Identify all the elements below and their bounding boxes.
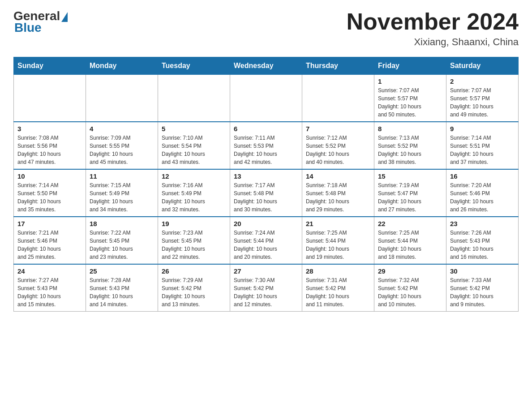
table-row xyxy=(158,75,230,122)
day-info: Sunrise: 7:10 AM Sunset: 5:54 PM Dayligh… xyxy=(162,134,226,166)
table-row: 18Sunrise: 7:22 AM Sunset: 5:45 PM Dayli… xyxy=(86,217,158,264)
day-info: Sunrise: 7:19 AM Sunset: 5:47 PM Dayligh… xyxy=(378,181,442,214)
table-row: 3Sunrise: 7:08 AM Sunset: 5:56 PM Daylig… xyxy=(14,122,86,169)
day-number: 6 xyxy=(234,125,298,133)
day-info: Sunrise: 7:30 AM Sunset: 5:42 PM Dayligh… xyxy=(234,276,298,308)
day-number: 25 xyxy=(90,267,154,275)
table-row: 12Sunrise: 7:16 AM Sunset: 5:49 PM Dayli… xyxy=(158,169,230,217)
table-row: 29Sunrise: 7:32 AM Sunset: 5:42 PM Dayli… xyxy=(374,264,446,312)
day-number: 16 xyxy=(450,172,515,180)
table-row: 20Sunrise: 7:24 AM Sunset: 5:44 PM Dayli… xyxy=(230,217,302,264)
table-row: 11Sunrise: 7:15 AM Sunset: 5:49 PM Dayli… xyxy=(86,169,158,217)
table-row xyxy=(302,75,374,122)
table-row: 5Sunrise: 7:10 AM Sunset: 5:54 PM Daylig… xyxy=(158,122,230,169)
day-number: 23 xyxy=(450,220,515,227)
calendar-header-row: Sunday Monday Tuesday Wednesday Thursday… xyxy=(14,57,519,75)
day-info: Sunrise: 7:20 AM Sunset: 5:46 PM Dayligh… xyxy=(450,181,515,214)
day-number: 2 xyxy=(450,77,515,85)
calendar-week-row: 10Sunrise: 7:14 AM Sunset: 5:50 PM Dayli… xyxy=(14,169,519,217)
day-info: Sunrise: 7:16 AM Sunset: 5:49 PM Dayligh… xyxy=(162,181,226,214)
logo-blue-text: Blue xyxy=(14,21,42,35)
day-number: 26 xyxy=(162,267,226,275)
day-number: 1 xyxy=(378,77,442,85)
page-header: General Blue November 2024 Xixiang, Shaa… xyxy=(13,9,519,48)
day-info: Sunrise: 7:29 AM Sunset: 5:42 PM Dayligh… xyxy=(162,276,226,308)
day-number: 10 xyxy=(17,172,82,180)
day-info: Sunrise: 7:28 AM Sunset: 5:43 PM Dayligh… xyxy=(90,276,154,308)
day-info: Sunrise: 7:13 AM Sunset: 5:52 PM Dayligh… xyxy=(378,134,442,166)
day-info: Sunrise: 7:14 AM Sunset: 5:50 PM Dayligh… xyxy=(17,181,82,214)
day-info: Sunrise: 7:07 AM Sunset: 5:57 PM Dayligh… xyxy=(450,86,515,119)
day-number: 27 xyxy=(234,267,298,275)
table-row: 24Sunrise: 7:27 AM Sunset: 5:43 PM Dayli… xyxy=(14,264,86,312)
day-info: Sunrise: 7:23 AM Sunset: 5:45 PM Dayligh… xyxy=(162,229,226,261)
day-info: Sunrise: 7:17 AM Sunset: 5:48 PM Dayligh… xyxy=(234,181,298,214)
day-info: Sunrise: 7:15 AM Sunset: 5:49 PM Dayligh… xyxy=(90,181,154,214)
month-title: November 2024 xyxy=(347,9,519,34)
table-row: 19Sunrise: 7:23 AM Sunset: 5:45 PM Dayli… xyxy=(158,217,230,264)
day-number: 11 xyxy=(90,172,154,180)
col-friday: Friday xyxy=(374,57,446,75)
table-row xyxy=(230,75,302,122)
col-wednesday: Wednesday xyxy=(230,57,302,75)
day-number: 8 xyxy=(378,125,442,133)
day-info: Sunrise: 7:26 AM Sunset: 5:43 PM Dayligh… xyxy=(450,229,515,261)
calendar-week-row: 17Sunrise: 7:21 AM Sunset: 5:46 PM Dayli… xyxy=(14,217,519,264)
day-number: 29 xyxy=(378,267,442,275)
table-row: 1Sunrise: 7:07 AM Sunset: 5:57 PM Daylig… xyxy=(374,75,446,122)
day-number: 24 xyxy=(17,267,82,275)
logo: General Blue xyxy=(13,9,68,35)
day-info: Sunrise: 7:32 AM Sunset: 5:42 PM Dayligh… xyxy=(378,276,442,308)
table-row: 14Sunrise: 7:18 AM Sunset: 5:48 PM Dayli… xyxy=(302,169,374,217)
day-info: Sunrise: 7:21 AM Sunset: 5:46 PM Dayligh… xyxy=(17,229,82,261)
table-row: 8Sunrise: 7:13 AM Sunset: 5:52 PM Daylig… xyxy=(374,122,446,169)
day-number: 15 xyxy=(378,172,442,180)
table-row: 25Sunrise: 7:28 AM Sunset: 5:43 PM Dayli… xyxy=(86,264,158,312)
day-info: Sunrise: 7:25 AM Sunset: 5:44 PM Dayligh… xyxy=(306,229,370,261)
table-row xyxy=(86,75,158,122)
day-number: 30 xyxy=(450,267,515,275)
table-row xyxy=(14,75,86,122)
table-row: 6Sunrise: 7:11 AM Sunset: 5:53 PM Daylig… xyxy=(230,122,302,169)
table-row: 10Sunrise: 7:14 AM Sunset: 5:50 PM Dayli… xyxy=(14,169,86,217)
day-info: Sunrise: 7:31 AM Sunset: 5:42 PM Dayligh… xyxy=(306,276,370,308)
col-thursday: Thursday xyxy=(302,57,374,75)
table-row: 4Sunrise: 7:09 AM Sunset: 5:55 PM Daylig… xyxy=(86,122,158,169)
table-row: 2Sunrise: 7:07 AM Sunset: 5:57 PM Daylig… xyxy=(446,75,519,122)
day-number: 19 xyxy=(162,220,226,227)
location: Xixiang, Shaanxi, China xyxy=(347,36,519,48)
table-row: 17Sunrise: 7:21 AM Sunset: 5:46 PM Dayli… xyxy=(14,217,86,264)
col-sunday: Sunday xyxy=(14,57,86,75)
day-info: Sunrise: 7:09 AM Sunset: 5:55 PM Dayligh… xyxy=(90,134,154,166)
logo-triangle-icon xyxy=(61,12,68,22)
title-section: November 2024 Xixiang, Shaanxi, China xyxy=(347,9,519,48)
table-row: 23Sunrise: 7:26 AM Sunset: 5:43 PM Dayli… xyxy=(446,217,519,264)
day-number: 17 xyxy=(17,220,82,227)
calendar-week-row: 24Sunrise: 7:27 AM Sunset: 5:43 PM Dayli… xyxy=(14,264,519,312)
day-number: 28 xyxy=(306,267,370,275)
col-saturday: Saturday xyxy=(446,57,519,75)
day-info: Sunrise: 7:14 AM Sunset: 5:51 PM Dayligh… xyxy=(450,134,515,166)
day-number: 18 xyxy=(90,220,154,227)
table-row: 22Sunrise: 7:25 AM Sunset: 5:44 PM Dayli… xyxy=(374,217,446,264)
calendar-week-row: 1Sunrise: 7:07 AM Sunset: 5:57 PM Daylig… xyxy=(14,75,519,122)
table-row: 26Sunrise: 7:29 AM Sunset: 5:42 PM Dayli… xyxy=(158,264,230,312)
day-info: Sunrise: 7:08 AM Sunset: 5:56 PM Dayligh… xyxy=(17,134,82,166)
calendar-table: Sunday Monday Tuesday Wednesday Thursday… xyxy=(13,57,519,312)
table-row: 21Sunrise: 7:25 AM Sunset: 5:44 PM Dayli… xyxy=(302,217,374,264)
table-row: 27Sunrise: 7:30 AM Sunset: 5:42 PM Dayli… xyxy=(230,264,302,312)
day-number: 3 xyxy=(17,125,82,133)
day-info: Sunrise: 7:18 AM Sunset: 5:48 PM Dayligh… xyxy=(306,181,370,214)
day-info: Sunrise: 7:11 AM Sunset: 5:53 PM Dayligh… xyxy=(234,134,298,166)
day-number: 22 xyxy=(378,220,442,227)
col-tuesday: Tuesday xyxy=(158,57,230,75)
table-row: 13Sunrise: 7:17 AM Sunset: 5:48 PM Dayli… xyxy=(230,169,302,217)
day-info: Sunrise: 7:33 AM Sunset: 5:42 PM Dayligh… xyxy=(450,276,515,308)
day-number: 13 xyxy=(234,172,298,180)
day-info: Sunrise: 7:12 AM Sunset: 5:52 PM Dayligh… xyxy=(306,134,370,166)
day-number: 5 xyxy=(162,125,226,133)
table-row: 28Sunrise: 7:31 AM Sunset: 5:42 PM Dayli… xyxy=(302,264,374,312)
calendar-week-row: 3Sunrise: 7:08 AM Sunset: 5:56 PM Daylig… xyxy=(14,122,519,169)
table-row: 15Sunrise: 7:19 AM Sunset: 5:47 PM Dayli… xyxy=(374,169,446,217)
day-info: Sunrise: 7:07 AM Sunset: 5:57 PM Dayligh… xyxy=(378,86,442,119)
